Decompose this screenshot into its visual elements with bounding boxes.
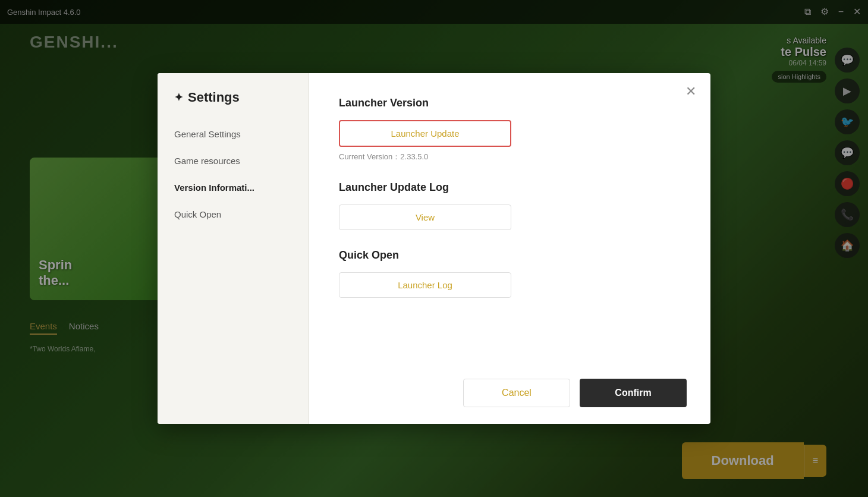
settings-main: Launcher Version Launcher Update Current… bbox=[309, 73, 710, 424]
close-dialog-button[interactable]: ✕ bbox=[685, 85, 696, 98]
settings-dialog: ✕ ✦ Settings General Settings Game resou… bbox=[158, 73, 710, 424]
sidebar-item-quickopen[interactable]: Quick Open bbox=[158, 201, 309, 228]
launcher-log-button[interactable]: Launcher Log bbox=[339, 272, 511, 298]
quick-open-section: Quick Open Launcher Log bbox=[339, 249, 681, 298]
update-log-title: Launcher Update Log bbox=[339, 181, 681, 194]
sidebar-item-version[interactable]: Version Informati... bbox=[158, 174, 309, 201]
current-version-text: Current Version：2.33.5.0 bbox=[339, 152, 681, 162]
launcher-version-title: Launcher Version bbox=[339, 97, 681, 109]
sidebar-item-resources[interactable]: Game resources bbox=[158, 147, 309, 174]
confirm-button[interactable]: Confirm bbox=[580, 379, 687, 407]
sidebar-item-general[interactable]: General Settings bbox=[158, 121, 309, 147]
update-log-section: Launcher Update Log View bbox=[339, 181, 681, 230]
launcher-version-section: Launcher Version Launcher Update Current… bbox=[339, 97, 681, 162]
modal-overlay: ✕ ✦ Settings General Settings Game resou… bbox=[0, 0, 868, 497]
dialog-footer: Cancel Confirm bbox=[463, 379, 687, 407]
cancel-button[interactable]: Cancel bbox=[463, 379, 570, 407]
settings-star-icon: ✦ bbox=[174, 91, 183, 104]
launcher-update-button[interactable]: Launcher Update bbox=[339, 120, 511, 147]
settings-title-text: Settings bbox=[188, 90, 240, 105]
quick-open-title: Quick Open bbox=[339, 249, 681, 262]
settings-sidebar: ✦ Settings General Settings Game resourc… bbox=[158, 73, 309, 424]
settings-title: ✦ Settings bbox=[174, 90, 240, 105]
view-log-button[interactable]: View bbox=[339, 205, 511, 230]
